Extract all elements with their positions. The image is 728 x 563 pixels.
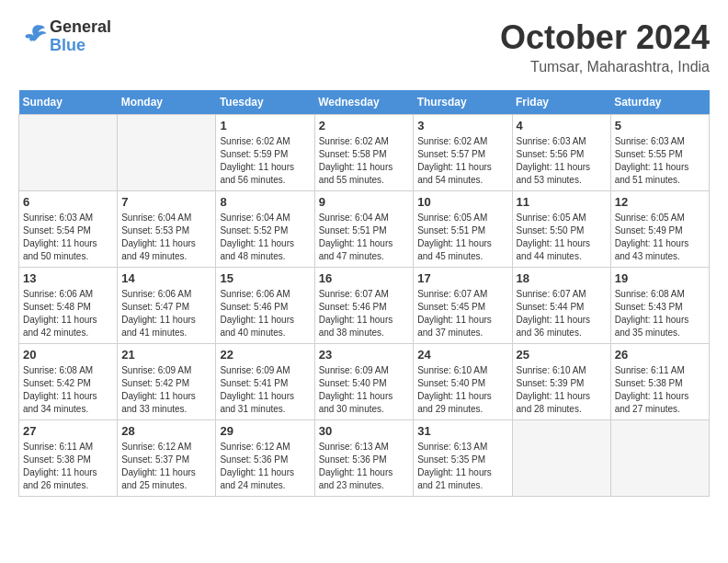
calendar-cell (118, 115, 216, 191)
week-row-2: 6Sunrise: 6:03 AMSunset: 5:54 PMDaylight… (19, 191, 710, 268)
day-number: 15 (220, 271, 310, 285)
calendar-table: SundayMondayTuesdayWednesdayThursdayFrid… (18, 90, 710, 497)
weekday-header-monday: Monday (118, 90, 216, 115)
day-number: 24 (417, 348, 507, 362)
day-number: 17 (417, 271, 507, 285)
day-number: 8 (220, 195, 310, 209)
day-info: Sunrise: 6:02 AMSunset: 5:57 PMDaylight:… (417, 135, 507, 187)
weekday-header-thursday: Thursday (414, 90, 512, 115)
day-number: 20 (23, 348, 113, 362)
weekday-header-sunday: Sunday (19, 90, 118, 115)
day-info: Sunrise: 6:02 AMSunset: 5:59 PMDaylight:… (220, 135, 310, 187)
day-info: Sunrise: 6:06 AMSunset: 5:46 PMDaylight:… (220, 288, 310, 339)
calendar-cell: 13Sunrise: 6:06 AMSunset: 5:48 PMDayligh… (19, 268, 118, 344)
calendar-cell (512, 420, 610, 497)
weekday-header-saturday: Saturday (610, 90, 709, 115)
week-row-1: 1Sunrise: 6:02 AMSunset: 5:59 PMDaylight… (19, 115, 710, 191)
day-info: Sunrise: 6:11 AMSunset: 5:38 PMDaylight:… (23, 441, 113, 492)
calendar-cell: 25Sunrise: 6:10 AMSunset: 5:39 PMDayligh… (512, 344, 610, 420)
day-info: Sunrise: 6:09 AMSunset: 5:40 PMDaylight:… (319, 364, 410, 416)
calendar-cell: 15Sunrise: 6:06 AMSunset: 5:46 PMDayligh… (216, 268, 314, 344)
calendar-cell: 28Sunrise: 6:12 AMSunset: 5:37 PMDayligh… (118, 420, 216, 497)
day-info: Sunrise: 6:05 AMSunset: 5:49 PMDaylight:… (615, 212, 705, 263)
calendar-cell: 30Sunrise: 6:13 AMSunset: 5:36 PMDayligh… (314, 420, 414, 497)
calendar-cell: 21Sunrise: 6:09 AMSunset: 5:42 PMDayligh… (118, 344, 216, 420)
calendar-cell: 12Sunrise: 6:05 AMSunset: 5:49 PMDayligh… (610, 191, 709, 268)
calendar-cell: 26Sunrise: 6:11 AMSunset: 5:38 PMDayligh… (610, 344, 709, 420)
calendar-cell: 5Sunrise: 6:03 AMSunset: 5:55 PMDaylight… (610, 115, 709, 191)
day-number: 27 (23, 424, 113, 438)
calendar-cell: 19Sunrise: 6:08 AMSunset: 5:43 PMDayligh… (610, 268, 709, 344)
day-info: Sunrise: 6:08 AMSunset: 5:43 PMDaylight:… (615, 288, 705, 339)
day-info: Sunrise: 6:06 AMSunset: 5:48 PMDaylight:… (23, 288, 113, 339)
day-info: Sunrise: 6:07 AMSunset: 5:46 PMDaylight:… (319, 288, 410, 339)
calendar-cell: 17Sunrise: 6:07 AMSunset: 5:45 PMDayligh… (414, 268, 512, 344)
day-info: Sunrise: 6:02 AMSunset: 5:58 PMDaylight:… (319, 135, 410, 187)
calendar-cell: 2Sunrise: 6:02 AMSunset: 5:58 PMDaylight… (314, 115, 414, 191)
calendar-cell: 6Sunrise: 6:03 AMSunset: 5:54 PMDaylight… (19, 191, 118, 268)
day-info: Sunrise: 6:03 AMSunset: 5:54 PMDaylight:… (23, 212, 113, 263)
day-info: Sunrise: 6:12 AMSunset: 5:37 PMDaylight:… (121, 441, 211, 492)
day-number: 11 (517, 195, 607, 209)
day-info: Sunrise: 6:11 AMSunset: 5:38 PMDaylight:… (615, 364, 705, 416)
calendar-cell: 20Sunrise: 6:08 AMSunset: 5:42 PMDayligh… (19, 344, 118, 420)
calendar-cell (19, 115, 118, 191)
calendar-cell: 23Sunrise: 6:09 AMSunset: 5:40 PMDayligh… (314, 344, 414, 420)
day-number: 4 (517, 119, 607, 132)
calendar-cell: 14Sunrise: 6:06 AMSunset: 5:47 PMDayligh… (118, 268, 216, 344)
day-info: Sunrise: 6:03 AMSunset: 5:56 PMDaylight:… (517, 135, 607, 187)
weekday-header-tuesday: Tuesday (216, 90, 314, 115)
day-number: 28 (121, 424, 211, 438)
day-info: Sunrise: 6:08 AMSunset: 5:42 PMDaylight:… (23, 364, 113, 416)
day-number: 31 (417, 424, 507, 438)
day-number: 29 (220, 424, 310, 438)
calendar-cell: 24Sunrise: 6:10 AMSunset: 5:40 PMDayligh… (414, 344, 512, 420)
day-number: 10 (417, 195, 507, 209)
calendar-cell (610, 420, 709, 497)
week-row-3: 13Sunrise: 6:06 AMSunset: 5:48 PMDayligh… (19, 268, 710, 344)
day-number: 30 (319, 424, 410, 438)
calendar-cell: 31Sunrise: 6:13 AMSunset: 5:35 PMDayligh… (414, 420, 512, 497)
day-number: 26 (615, 348, 705, 362)
week-row-4: 20Sunrise: 6:08 AMSunset: 5:42 PMDayligh… (19, 344, 710, 420)
day-number: 3 (417, 119, 507, 132)
day-info: Sunrise: 6:05 AMSunset: 5:51 PMDaylight:… (417, 212, 507, 263)
day-info: Sunrise: 6:05 AMSunset: 5:50 PMDaylight:… (517, 212, 607, 263)
day-number: 16 (319, 271, 410, 285)
day-info: Sunrise: 6:06 AMSunset: 5:47 PMDaylight:… (121, 288, 211, 339)
day-number: 22 (220, 348, 310, 362)
calendar-cell: 3Sunrise: 6:02 AMSunset: 5:57 PMDaylight… (414, 115, 512, 191)
day-number: 7 (121, 195, 211, 209)
day-number: 1 (220, 119, 310, 132)
calendar-cell: 16Sunrise: 6:07 AMSunset: 5:46 PMDayligh… (314, 268, 414, 344)
calendar-cell: 22Sunrise: 6:09 AMSunset: 5:41 PMDayligh… (216, 344, 314, 420)
day-info: Sunrise: 6:10 AMSunset: 5:40 PMDaylight:… (417, 364, 507, 416)
day-info: Sunrise: 6:03 AMSunset: 5:55 PMDaylight:… (615, 135, 705, 187)
logo-text: GeneralBlue (50, 18, 111, 55)
logo: GeneralBlue (18, 18, 111, 55)
day-info: Sunrise: 6:04 AMSunset: 5:53 PMDaylight:… (121, 212, 211, 263)
day-number: 12 (615, 195, 705, 209)
day-info: Sunrise: 6:10 AMSunset: 5:39 PMDaylight:… (517, 364, 607, 416)
day-info: Sunrise: 6:09 AMSunset: 5:42 PMDaylight:… (121, 364, 211, 416)
weekday-header-row: SundayMondayTuesdayWednesdayThursdayFrid… (19, 90, 710, 115)
day-info: Sunrise: 6:04 AMSunset: 5:52 PMDaylight:… (220, 212, 310, 263)
calendar-cell: 11Sunrise: 6:05 AMSunset: 5:50 PMDayligh… (512, 191, 610, 268)
day-info: Sunrise: 6:12 AMSunset: 5:36 PMDaylight:… (220, 441, 310, 492)
calendar-cell: 1Sunrise: 6:02 AMSunset: 5:59 PMDaylight… (216, 115, 314, 191)
day-info: Sunrise: 6:09 AMSunset: 5:41 PMDaylight:… (220, 364, 310, 416)
title-block: October 2024 Tumsar, Maharashtra, India (500, 18, 710, 75)
day-number: 13 (23, 271, 113, 285)
day-number: 5 (615, 119, 705, 132)
day-info: Sunrise: 6:07 AMSunset: 5:45 PMDaylight:… (417, 288, 507, 339)
day-number: 21 (121, 348, 211, 362)
calendar-cell: 29Sunrise: 6:12 AMSunset: 5:36 PMDayligh… (216, 420, 314, 497)
calendar-cell: 7Sunrise: 6:04 AMSunset: 5:53 PMDaylight… (118, 191, 216, 268)
day-number: 9 (319, 195, 410, 209)
calendar-cell: 9Sunrise: 6:04 AMSunset: 5:51 PMDaylight… (314, 191, 414, 268)
calendar-cell: 8Sunrise: 6:04 AMSunset: 5:52 PMDaylight… (216, 191, 314, 268)
day-number: 14 (121, 271, 211, 285)
weekday-header-wednesday: Wednesday (314, 90, 414, 115)
calendar-cell: 10Sunrise: 6:05 AMSunset: 5:51 PMDayligh… (414, 191, 512, 268)
day-number: 23 (319, 348, 410, 362)
